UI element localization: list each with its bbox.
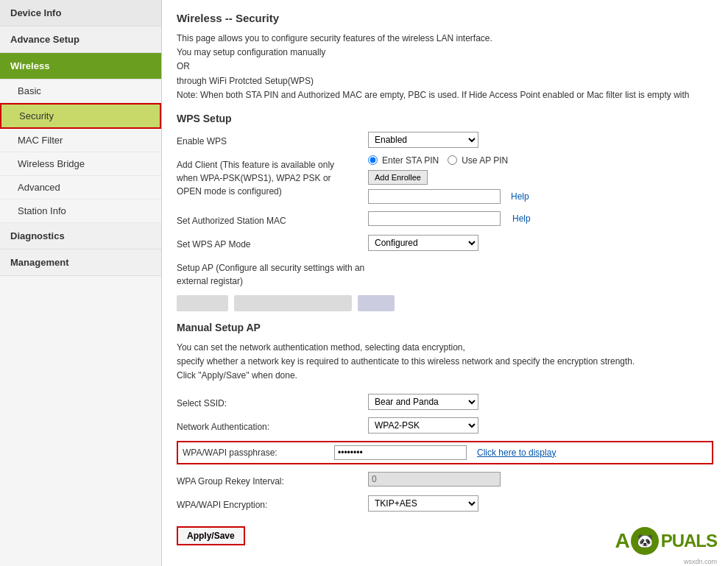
watermark-text: wsxdn.com bbox=[684, 558, 717, 565]
authorized-mac-control: Help bbox=[368, 211, 531, 226]
sidebar-item-advance-setup[interactable]: Advance Setup bbox=[0, 26, 161, 53]
logo-text-a: A bbox=[615, 529, 628, 553]
click-to-display-link[interactable]: Click here to display bbox=[477, 448, 556, 458]
radio-group: Enter STA PIN Use AP PIN bbox=[368, 155, 508, 166]
wps-ap-mode-control: Configured Unconfigured bbox=[368, 235, 478, 251]
wpa-encryption-label: WPA/WAPI Encryption: bbox=[177, 495, 368, 512]
enable-wps-row: Enable WPS Enabled Disabled bbox=[177, 132, 713, 148]
sta-pin-input[interactable] bbox=[368, 189, 501, 204]
sidebar-item-wireless[interactable]: Wireless bbox=[0, 53, 161, 79]
enable-wps-select[interactable]: Enabled Disabled bbox=[368, 132, 478, 148]
select-ssid-row: Select SSID: Bear and Panda bbox=[177, 394, 713, 410]
select-ssid-label: Select SSID: bbox=[177, 394, 368, 410]
sidebar-item-security[interactable]: Security bbox=[0, 103, 161, 129]
setup-ap-row: Setup AP (Configure all security setting… bbox=[177, 258, 713, 288]
wpa-rekey-input[interactable] bbox=[368, 472, 501, 487]
network-auth-label: Network Authentication: bbox=[177, 417, 368, 434]
enable-wps-control: Enabled Disabled bbox=[368, 132, 478, 148]
help-link-2[interactable]: Help bbox=[512, 213, 531, 224]
manual-setup-header: Manual Setup AP bbox=[177, 322, 713, 333]
blurred-box-3 bbox=[358, 295, 395, 311]
wps-ap-mode-select[interactable]: Configured Unconfigured bbox=[368, 235, 478, 251]
blurred-content-row bbox=[177, 295, 713, 311]
logo-area: A 🐼 PUALS wsxdn.com bbox=[615, 527, 717, 555]
sidebar-item-management[interactable]: Management bbox=[0, 250, 161, 276]
sta-pin-input-row: Help bbox=[368, 189, 529, 204]
wps-setup-header: WPS Setup bbox=[177, 113, 713, 124]
page-title: Wireless -- Security bbox=[177, 12, 713, 24]
sidebar-item-device-info[interactable]: Device Info bbox=[0, 0, 161, 26]
select-ssid-select[interactable]: Bear and Panda bbox=[368, 394, 478, 410]
network-auth-control: WPA2-PSK WPA-PSK Open Shared bbox=[368, 417, 478, 434]
wpa-passphrase-row: WPA/WAPI passphrase: Click here to displ… bbox=[177, 441, 713, 464]
add-enrollee-button[interactable]: Add Enrollee bbox=[368, 170, 428, 185]
network-auth-select[interactable]: WPA2-PSK WPA-PSK Open Shared bbox=[368, 417, 478, 434]
help-link-1[interactable]: Help bbox=[511, 191, 529, 202]
page-description: This page allows you to configure securi… bbox=[177, 32, 713, 102]
main-content: Wireless -- Security This page allows yo… bbox=[162, 0, 728, 566]
add-client-row: Add Client (This feature is available on… bbox=[177, 155, 713, 204]
logo-text-puals: PUALS bbox=[661, 531, 717, 551]
ap-pin-radio[interactable] bbox=[448, 155, 457, 165]
sta-pin-radio-label[interactable]: Enter STA PIN bbox=[368, 155, 439, 166]
wpa-rekey-label: WPA Group Rekey Interval: bbox=[177, 472, 368, 488]
sidebar: Device Info Advance Setup Wireless Basic… bbox=[0, 0, 162, 566]
wpa-passphrase-label: WPA/WAPI passphrase: bbox=[183, 448, 330, 458]
wpa-rekey-row: WPA Group Rekey Interval: bbox=[177, 472, 713, 488]
add-client-label: Add Client (This feature is available on… bbox=[177, 155, 368, 198]
wpa-encryption-select[interactable]: TKIP+AES AES TKIP bbox=[368, 495, 478, 512]
enable-wps-label: Enable WPS bbox=[177, 132, 368, 148]
wps-ap-mode-row: Set WPS AP Mode Configured Unconfigured bbox=[177, 235, 713, 251]
wpa-encryption-control: TKIP+AES AES TKIP bbox=[368, 495, 478, 512]
sidebar-item-station-info[interactable]: Station Info bbox=[0, 199, 161, 223]
wpa-passphrase-input[interactable] bbox=[334, 445, 467, 460]
sidebar-item-diagnostics[interactable]: Diagnostics bbox=[0, 223, 161, 250]
setup-ap-label: Setup AP (Configure all security setting… bbox=[177, 258, 368, 288]
apply-save-button[interactable]: Apply/Save bbox=[177, 526, 245, 545]
logo-icon: 🐼 bbox=[631, 527, 659, 555]
network-auth-row: Network Authentication: WPA2-PSK WPA-PSK… bbox=[177, 417, 713, 434]
sidebar-item-advanced[interactable]: Advanced bbox=[0, 176, 161, 199]
sidebar-item-mac-filter[interactable]: MAC Filter bbox=[0, 129, 161, 152]
sidebar-item-basic[interactable]: Basic bbox=[0, 79, 161, 103]
blurred-box-1 bbox=[177, 295, 228, 311]
wps-ap-mode-label: Set WPS AP Mode bbox=[177, 235, 368, 251]
add-client-controls: Enter STA PIN Use AP PIN Add Enrollee He… bbox=[368, 155, 529, 204]
authorized-mac-label: Set Authorized Station MAC bbox=[177, 211, 368, 227]
sidebar-item-wireless-bridge[interactable]: Wireless Bridge bbox=[0, 152, 161, 176]
sta-pin-radio[interactable] bbox=[368, 155, 378, 165]
manual-setup-description: You can set the network authentication m… bbox=[177, 341, 713, 383]
wpa-encryption-row: WPA/WAPI Encryption: TKIP+AES AES TKIP bbox=[177, 495, 713, 512]
ap-pin-radio-label[interactable]: Use AP PIN bbox=[448, 155, 508, 166]
authorized-mac-row: Set Authorized Station MAC Help bbox=[177, 211, 713, 227]
wpa-rekey-control bbox=[368, 472, 501, 487]
blurred-box-2 bbox=[234, 295, 352, 311]
authorized-mac-input[interactable] bbox=[368, 211, 501, 226]
select-ssid-control: Bear and Panda bbox=[368, 394, 478, 410]
